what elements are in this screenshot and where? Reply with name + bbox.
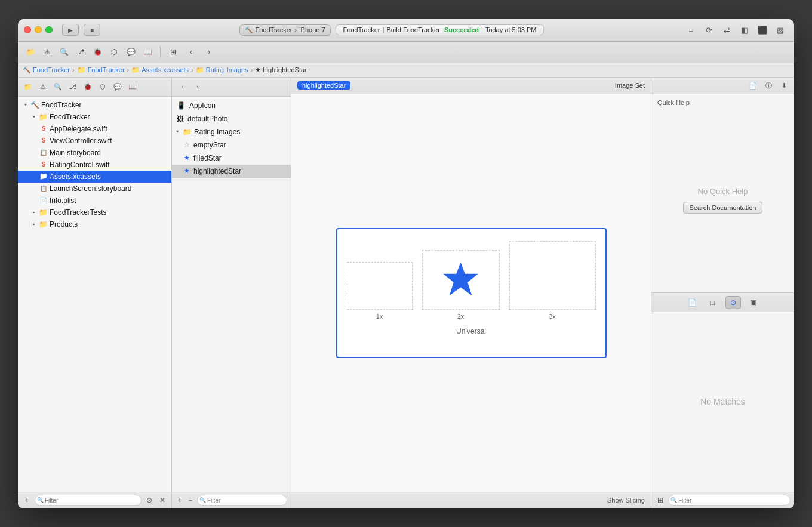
nav-warn-btn[interactable]: ⚠ bbox=[36, 81, 50, 93]
folder-icon[interactable]: 📁 bbox=[23, 45, 38, 58]
asset-defaultphoto[interactable]: 🖼 defaultPhoto bbox=[172, 112, 291, 125]
search-doc-button[interactable]: Search Documentation bbox=[683, 202, 763, 214]
project-icon: 🔨 bbox=[23, 66, 31, 74]
breakpoint-icon[interactable]: ⬡ bbox=[106, 45, 122, 58]
left-panel-icon[interactable]: ◧ bbox=[737, 23, 752, 36]
close-button[interactable] bbox=[24, 26, 31, 33]
asset-fwd-btn[interactable]: › bbox=[191, 81, 204, 93]
asset-filter-input[interactable] bbox=[197, 495, 287, 506]
inspector-grid-icon[interactable]: ⊞ bbox=[655, 495, 666, 506]
inspector-doc-btn[interactable]: 📄 bbox=[746, 79, 759, 91]
slot-2x: 2x bbox=[422, 250, 500, 320]
bottom-panel-icon[interactable]: ⬛ bbox=[755, 23, 770, 36]
play-button[interactable]: ▶ bbox=[62, 24, 79, 36]
breadcrumb-highlighted-star[interactable]: ★ highlightedStar bbox=[255, 66, 306, 74]
slot-3x-box[interactable] bbox=[509, 241, 596, 310]
navigator-filter-input[interactable] bbox=[35, 495, 142, 506]
breadcrumb-assets[interactable]: 📁 Assets.xcassets bbox=[131, 66, 189, 74]
asset-add-btn[interactable]: + bbox=[176, 495, 184, 506]
stop-button[interactable]: ■ bbox=[84, 24, 100, 36]
tree-item-viewcontroller[interactable]: S ViewController.swift bbox=[18, 135, 171, 147]
lines-icon[interactable]: ≡ bbox=[683, 23, 699, 36]
build-action: Build FoodTracker: bbox=[386, 26, 442, 33]
asset-filledstar[interactable]: ★ filledStar bbox=[172, 152, 291, 165]
inspector-info-btn[interactable]: ⓘ bbox=[762, 79, 775, 91]
breadcrumb-rating-images[interactable]: 📁 Rating Images bbox=[196, 66, 248, 74]
titlebar: ▶ ■ 🔨 FoodTracker › iPhone 7 FoodTracker… bbox=[18, 19, 794, 42]
maximize-button[interactable] bbox=[45, 26, 53, 33]
grid-view-icon[interactable]: ⊞ bbox=[165, 45, 181, 58]
refresh-icon[interactable]: ⟳ bbox=[701, 23, 716, 36]
scm-icon[interactable]: ⎇ bbox=[73, 45, 88, 58]
filter-recent-btn[interactable]: ✕ bbox=[157, 495, 168, 506]
toolbar-divider-1 bbox=[160, 46, 161, 58]
swift-icon-3: S bbox=[39, 161, 48, 168]
asset-appicon[interactable]: 📱 AppIcon bbox=[172, 99, 291, 112]
add-file-btn[interactable]: + bbox=[21, 495, 32, 506]
tree-item-project[interactable]: 🔨 FoodTracker bbox=[18, 99, 171, 111]
asset-label-rating-group: Rating Images bbox=[194, 128, 240, 136]
device-label: iPhone 7 bbox=[299, 26, 325, 33]
report-icon[interactable]: 💬 bbox=[123, 45, 139, 58]
inspector-download-btn[interactable]: ⬇ bbox=[777, 79, 791, 91]
search-icon[interactable]: 🔍 bbox=[56, 45, 72, 58]
tree-item-mainstoryboard[interactable]: 📋 Main.storyboard bbox=[18, 147, 171, 159]
asset-remove-btn[interactable]: − bbox=[186, 495, 195, 506]
inspector-filter-wrap: 🔍 bbox=[668, 495, 791, 506]
right-panel-icon[interactable]: ▨ bbox=[773, 23, 788, 36]
docs-icon[interactable]: 📖 bbox=[140, 45, 155, 58]
asset-group-rating[interactable]: 📁 Rating Images bbox=[172, 125, 291, 138]
universal-label: Universal bbox=[456, 327, 486, 335]
folder-icon-bc-2: 📁 bbox=[131, 66, 140, 74]
breadcrumb-label-4: highlightedStar bbox=[263, 66, 306, 73]
tree-label-appdelegate: AppDelegate.swift bbox=[50, 125, 107, 133]
nav-search-btn[interactable]: 🔍 bbox=[51, 81, 64, 93]
asset-back-btn[interactable]: ‹ bbox=[176, 81, 189, 93]
nav-report-btn[interactable]: 💬 bbox=[111, 81, 124, 93]
tree-item-ratingcontrol[interactable]: S RatingControl.swift bbox=[18, 159, 171, 171]
disclosure-tests bbox=[31, 209, 37, 215]
asset-imageset-box: 1x 2x bbox=[336, 228, 607, 358]
debug-icon[interactable]: 🐞 bbox=[90, 45, 105, 58]
breadcrumb-foodtracker[interactable]: 🔨 FoodTracker bbox=[23, 66, 70, 74]
inspector-tab-attr[interactable]: ▣ bbox=[746, 296, 761, 309]
inspector-tab-identity[interactable]: ⊙ bbox=[725, 296, 741, 309]
asset-emptystar[interactable]: ☆ emptyStar bbox=[172, 138, 291, 152]
nav-folder-btn[interactable]: 📁 bbox=[21, 81, 35, 93]
minimize-button[interactable] bbox=[35, 26, 42, 33]
tree-label-group: FoodTracker bbox=[50, 113, 90, 121]
inspector-tab-quick-help[interactable]: □ bbox=[705, 296, 721, 309]
tree-item-infoplist[interactable]: 📄 Info.plist bbox=[18, 195, 171, 207]
scheme-selector[interactable]: 🔨 FoodTracker › iPhone 7 bbox=[239, 24, 331, 36]
tree-item-appdelegate[interactable]: S AppDelegate.swift bbox=[18, 123, 171, 135]
tree-item-launchscreen[interactable]: 📋 LaunchScreen.storyboard bbox=[18, 183, 171, 195]
breadcrumb-foodtracker-folder[interactable]: 📁 FoodTracker bbox=[77, 66, 125, 74]
nav-debug-btn[interactable]: 🐞 bbox=[81, 81, 94, 93]
filter-options-btn[interactable]: ⊙ bbox=[144, 495, 155, 506]
inspector-filter-icon: 🔍 bbox=[670, 497, 677, 503]
tree-item-assets[interactable]: 📁 Assets.xcassets bbox=[18, 171, 171, 183]
nav-bp-btn[interactable]: ⬡ bbox=[96, 81, 109, 93]
slot-2x-box[interactable] bbox=[422, 250, 500, 310]
show-slicing-btn[interactable]: Show Slicing bbox=[607, 497, 645, 504]
nav-docs-btn[interactable]: 📖 bbox=[126, 81, 139, 93]
editor-area: highlightedStar Image Set 1x bbox=[291, 78, 651, 508]
warning-icon[interactable]: ⚠ bbox=[39, 45, 55, 58]
forward-nav-icon[interactable]: › bbox=[201, 45, 217, 58]
nav-scm-btn[interactable]: ⎇ bbox=[66, 81, 79, 93]
navigator-toolbar: 📁 ⚠ 🔍 ⎇ 🐞 ⬡ 💬 📖 bbox=[18, 78, 171, 97]
tree-item-foodtracker-group[interactable]: 📁 FoodTracker bbox=[18, 111, 171, 123]
filledstar-icon: ★ bbox=[184, 154, 190, 162]
tree-item-products[interactable]: 📁 Products bbox=[18, 218, 171, 230]
branch-icon[interactable]: ⇄ bbox=[719, 23, 734, 36]
slot-1x-box[interactable] bbox=[347, 262, 413, 310]
back-nav-icon[interactable]: ‹ bbox=[183, 45, 199, 58]
tree-item-tests[interactable]: 📁 FoodTrackerTests bbox=[18, 207, 171, 218]
slot-3x-label: 3x bbox=[549, 313, 556, 320]
inspector-filter-input[interactable] bbox=[668, 495, 791, 506]
inspector-tabs: 📄 □ ⊙ ▣ bbox=[651, 293, 794, 312]
editor-footer[interactable]: Show Slicing bbox=[291, 492, 651, 508]
inspector-tab-file[interactable]: 📄 bbox=[685, 296, 700, 309]
asset-highlightedstar[interactable]: ★ highlightedStar bbox=[172, 165, 291, 178]
titlebar-right: ≡ ⟳ ⇄ ◧ ⬛ ▨ bbox=[683, 23, 788, 36]
